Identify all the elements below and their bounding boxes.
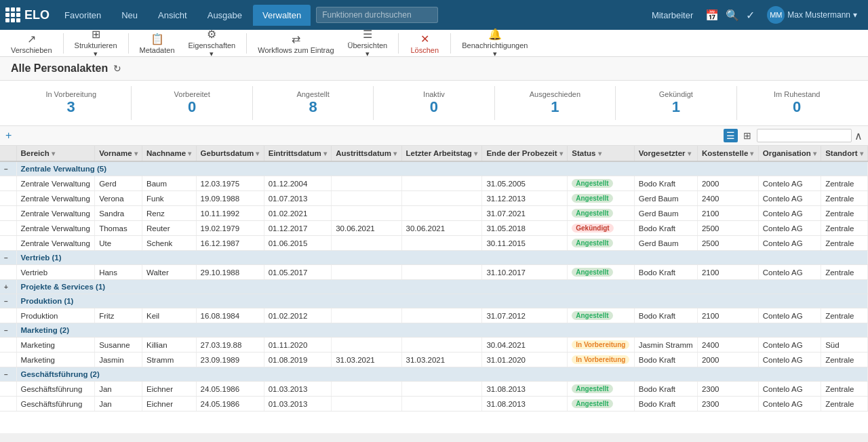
verschieben-button[interactable]: ↗ Verschieben: [5, 31, 58, 56]
search-icon[interactable]: 🔍: [726, 9, 739, 22]
cell-standort: Zentrale: [821, 265, 868, 280]
cell-kostenstelle: 2100: [697, 265, 758, 280]
col-header-kostenstelle[interactable]: Kostenstelle ▾: [697, 146, 758, 161]
col-header-letzterarbeitstag[interactable]: Letzter Arbeitstag ▾: [401, 146, 482, 161]
group-toggle[interactable]: –: [0, 367, 16, 382]
group-toggle-icon[interactable]: –: [4, 371, 8, 378]
tab-ausgabe[interactable]: Ausgabe: [198, 5, 252, 26]
cell-vorname: Sandra: [95, 206, 142, 221]
group-toggle[interactable]: –: [0, 323, 16, 338]
workflow-icon: ⇄: [292, 33, 300, 45]
status-card-imRuhestand[interactable]: Im Ruhestand 0: [737, 86, 857, 120]
status-card-ausgeschieden[interactable]: Ausgeschieden 1: [495, 86, 616, 120]
group-toggle-icon[interactable]: +: [4, 283, 8, 291]
table-search-input[interactable]: [757, 129, 852, 142]
col-header-geburtsdatum[interactable]: Geburtsdatum ▾: [196, 146, 264, 161]
status-card-angestellt[interactable]: Angestellt 8: [253, 86, 374, 120]
view-list-button[interactable]: ☰: [724, 129, 738, 142]
cell-organisation: Contelo AG: [758, 191, 821, 206]
function-search-input[interactable]: [316, 7, 438, 23]
cell-geburtsdatum: 16.08.1984: [196, 308, 264, 323]
col-header-vorname[interactable]: Vorname ▾: [95, 146, 142, 161]
table-row[interactable]: MarketingSusanneKillian27.03.19.8801.11.…: [0, 338, 868, 353]
tab-ansicht[interactable]: Ansicht: [149, 5, 197, 26]
table-row[interactable]: Zentrale VerwaltungThomasReuter19.02.197…: [0, 221, 868, 236]
benachrichtigungen-icon: 🔔: [488, 28, 502, 41]
table-row[interactable]: Zentrale VerwaltungVeronaFunk19.09.19880…: [0, 191, 868, 206]
cell-nachname: Schenk: [142, 236, 196, 251]
add-row-icon[interactable]: +: [5, 129, 12, 142]
status-card-vorbereitet[interactable]: Vorbereitet 0: [132, 86, 252, 120]
table-row[interactable]: GeschäftsführungJanEichner24.05.198601.0…: [0, 397, 868, 411]
col-header-bereich[interactable]: Bereich ▾: [16, 146, 95, 161]
table-row[interactable]: VertriebHansWalter29.10.198801.05.201731…: [0, 265, 868, 280]
group-toggle-icon[interactable]: –: [4, 254, 8, 262]
loeschen-label: Löschen: [410, 46, 439, 54]
view-grid-button[interactable]: ⊞: [741, 129, 754, 142]
mitarbeiter-button[interactable]: Mitarbeiter: [646, 7, 698, 23]
strukturieren-button[interactable]: ⊞ Strukturieren ▾: [69, 26, 123, 60]
refresh-icon[interactable]: ↻: [113, 63, 121, 74]
metadaten-button[interactable]: 📋 Metadaten: [134, 31, 180, 56]
cell-letzterarbeitstag: [401, 236, 482, 251]
col-header-status[interactable]: Status ▾: [568, 146, 634, 161]
group-toggle-icon[interactable]: –: [4, 327, 8, 334]
toolbar-separator-2: [128, 33, 129, 54]
cell-endeprobezeit: 31.07.2012: [482, 308, 568, 323]
tab-verwalten[interactable]: Verwalten: [253, 5, 311, 26]
group-toggle-icon[interactable]: –: [4, 298, 8, 305]
status-badge: Angestellt: [572, 384, 612, 393]
cell-endeprobezeit: 31.01.2020: [482, 353, 568, 367]
cell-kostenstelle: 2300: [697, 397, 758, 411]
eigenschaften-button[interactable]: ⚙ Eigenschaften ▾: [183, 26, 241, 60]
col-header-endeprobezeit[interactable]: Ende der Probezeit ▾: [482, 146, 568, 161]
group-toggle[interactable]: –: [0, 251, 16, 265]
col-header-vorgesetzter[interactable]: Vorgesetzter ▾: [634, 146, 697, 161]
status-card-label: Angestellt: [261, 90, 365, 98]
col-header-austrittsdatum[interactable]: Austrittsdatum ▾: [332, 146, 401, 161]
table-row[interactable]: Zentrale VerwaltungUteSchenk16.12.198701…: [0, 236, 868, 251]
group-toggle[interactable]: +: [0, 280, 16, 294]
cell-eintrittsdatum: 01.12.2017: [264, 221, 331, 236]
table-row[interactable]: MarketingJasminStramm23.09.198901.08.201…: [0, 353, 868, 367]
cell-kostenstelle: 2500: [697, 221, 758, 236]
benachrichtigungen-button[interactable]: 🔔 Benachrichtigungen ▾: [456, 26, 533, 60]
cell-kostenstelle: 2300: [697, 382, 758, 397]
collapse-button[interactable]: ∧: [854, 129, 863, 142]
table-row[interactable]: Zentrale VerwaltungSandraRenz10.11.19920…: [0, 206, 868, 221]
col-header-eintrittsdatum[interactable]: Eintrittsdatum ▾: [264, 146, 331, 161]
workflow-button[interactable]: ⇄ Workflows zum Eintrag: [252, 31, 339, 56]
user-name: Max Mustermann: [787, 10, 850, 20]
table-row[interactable]: Zentrale VerwaltungGerdBaum12.03.197501.…: [0, 176, 868, 191]
check-icon[interactable]: ✓: [746, 9, 755, 22]
uebersichten-button[interactable]: ☰ Übersichten ▾: [342, 26, 393, 60]
status-badge: In Vorbereitung: [572, 340, 629, 349]
group-toggle-icon[interactable]: –: [4, 165, 8, 173]
logo-text: ELO: [24, 8, 50, 22]
cell-bereich: Marketing: [16, 338, 95, 353]
cell-endeprobezeit: 31.08.2013: [482, 397, 568, 411]
tab-favoriten[interactable]: Favoriten: [55, 5, 111, 26]
loeschen-button[interactable]: ✕ Löschen: [404, 31, 445, 56]
tab-neu[interactable]: Neu: [112, 5, 147, 26]
status-card-inVorbereitung[interactable]: In Vorbereitung 3: [11, 86, 132, 120]
cell-eintrittsdatum: 01.12.2004: [264, 176, 331, 191]
table-row[interactable]: ProduktionFritzKeil16.08.198401.02.20123…: [0, 308, 868, 323]
col-header-standort[interactable]: Standort ▾: [821, 146, 868, 161]
cell-eintrittsdatum: 01.03.2013: [264, 382, 331, 397]
status-card-gekuendigt[interactable]: Gekündigt 1: [616, 86, 736, 120]
status-card-count: 0: [745, 98, 849, 116]
col-header-nachname[interactable]: Nachname ▾: [142, 146, 196, 161]
cell-bereich: Zentrale Verwaltung: [16, 221, 95, 236]
status-card-inaktiv[interactable]: Inaktiv 0: [374, 86, 494, 120]
table-row[interactable]: GeschäftsführungJanEichner24.05.198601.0…: [0, 382, 868, 397]
group-toggle[interactable]: –: [0, 161, 16, 176]
table-container[interactable]: Bereich ▾Vorname ▾Nachname ▾Geburtsdatum…: [0, 146, 868, 433]
status-badge: Angestellt: [572, 209, 612, 218]
cell-endeprobezeit: 30.11.2015: [482, 236, 568, 251]
col-header-organisation[interactable]: Organisation ▾: [758, 146, 821, 161]
group-row: –Marketing (2): [0, 323, 868, 338]
calendar-icon[interactable]: 📅: [705, 9, 719, 22]
user-menu-button[interactable]: MM Max Mustermann ▾: [762, 3, 863, 26]
group-toggle[interactable]: –: [0, 294, 16, 308]
